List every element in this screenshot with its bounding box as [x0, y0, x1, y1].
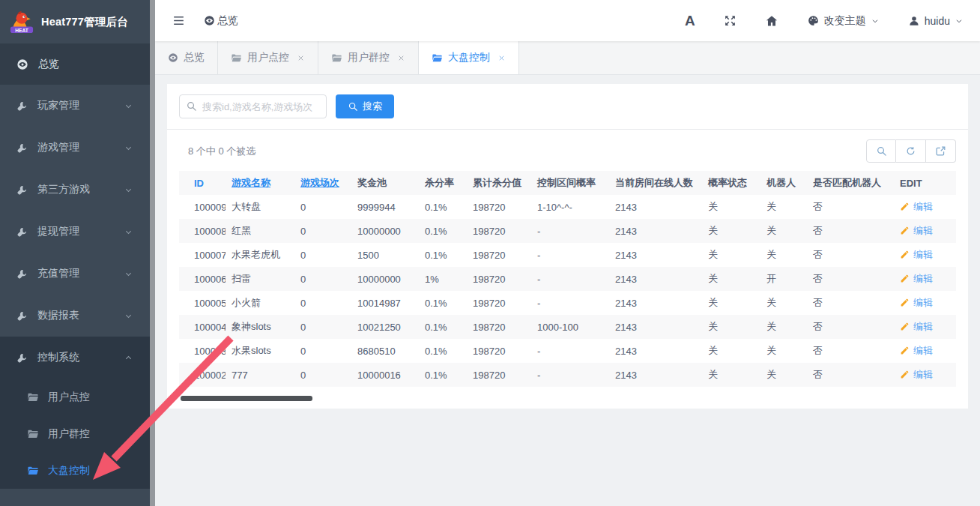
sidebar-toggle-button[interactable] — [172, 13, 186, 28]
chevron-down-icon — [124, 269, 133, 279]
cell-game-name: 小火箭 — [226, 291, 294, 315]
refresh-button[interactable] — [896, 139, 926, 163]
cell-match-robot: 否 — [807, 291, 894, 315]
cell-match-robot: 否 — [807, 267, 894, 291]
page-content: 搜索 8 个中 0 个被选 — [155, 75, 980, 506]
cell-edit: 编辑 — [894, 267, 956, 291]
horizontal-scrollbar-thumb[interactable] — [181, 396, 312, 401]
brand-logo-icon: HEAT — [7, 10, 36, 34]
font-size-button[interactable]: A — [685, 13, 695, 29]
edit-link[interactable]: 编辑 — [900, 296, 933, 310]
sidebar: HEAT Heat777管理后台 总览 玩家管理 游戏管理 第三方游戏 提现管理… — [0, 0, 150, 506]
folder-open-icon — [432, 52, 443, 64]
table-row: 100006 扫雷 0 10000000 1% 198720 - 2143 关 … — [179, 267, 956, 291]
chevron-down-icon — [124, 311, 133, 321]
cell-prize-pool: 10014987 — [351, 291, 419, 315]
sidebar-group-control[interactable]: 控制系统 — [0, 337, 150, 379]
sidebar-group-player[interactable]: 玩家管理 — [0, 85, 150, 127]
selection-summary: 8 个中 0 个被选 — [188, 145, 255, 158]
tab-dashboard-control[interactable]: 大盘控制 — [419, 41, 519, 74]
tab-user-point-control[interactable]: 用户点控 — [218, 41, 318, 74]
wrench-icon — [16, 268, 28, 280]
sidebar-group-recharge[interactable]: 充值管理 — [0, 253, 150, 295]
cell-id: 100006 — [179, 267, 226, 291]
home-icon — [765, 14, 778, 28]
cell-online-count: 2143 — [609, 363, 702, 387]
cell-robot: 关 — [760, 339, 807, 363]
search-input[interactable] — [179, 94, 327, 118]
export-icon — [935, 145, 946, 157]
edit-link[interactable]: 编辑 — [900, 320, 933, 334]
wrench-icon — [16, 142, 28, 154]
cell-game-name: 水果slots — [226, 339, 294, 363]
sidebar-item-dashboard-control[interactable]: 大盘控制 — [0, 452, 150, 489]
header-control-range: 控制区间概率 — [531, 171, 609, 195]
cell-game-session: 0 — [294, 219, 351, 243]
export-button[interactable] — [926, 139, 956, 163]
eye-icon — [204, 15, 215, 26]
cell-robot: 关 — [760, 195, 807, 219]
sidebar-group-withdraw[interactable]: 提现管理 — [0, 211, 150, 253]
close-tab-icon[interactable] — [497, 54, 506, 62]
edit-link[interactable]: 编辑 — [900, 272, 933, 286]
table-row: 100007 水果老虎机 0 1500 0.1% 198720 - 2143 关… — [179, 243, 956, 267]
cell-game-name: 象神slots — [226, 315, 294, 339]
tab-overview[interactable]: 总览 — [155, 41, 218, 74]
table-row: 100002 777 0 10000016 0.1% 198720 - 2143… — [179, 363, 956, 387]
sidebar-item-overview[interactable]: 总览 — [0, 43, 150, 85]
theme-dropdown[interactable]: 改变主题 — [807, 14, 880, 28]
tab-user-group-control[interactable]: 用户群控 — [318, 41, 419, 74]
cell-robot: 关 — [760, 363, 807, 387]
cell-prob-status: 关 — [702, 315, 760, 339]
edit-link[interactable]: 编辑 — [900, 224, 933, 238]
cell-game-name: 777 — [226, 363, 294, 387]
sidebar-group-thirdparty[interactable]: 第三方游戏 — [0, 169, 150, 211]
table-row: 100003 水果slots 0 8680510 0.1% 198720 - 2… — [179, 339, 956, 363]
pencil-icon — [900, 274, 910, 283]
wrench-icon — [16, 100, 28, 112]
cell-kill-rate: 0.1% — [419, 243, 467, 267]
sidebar-group-report[interactable]: 数据报表 — [0, 295, 150, 337]
cell-kill-total: 198720 — [467, 315, 531, 339]
sidebar-open-section: 控制系统 用户点控 用户群控 大盘控制 — [0, 337, 150, 489]
cell-kill-total: 198720 — [467, 219, 531, 243]
folder-open-icon — [27, 465, 39, 477]
cell-edit: 编辑 — [894, 291, 956, 315]
cell-game-name: 水果老虎机 — [226, 243, 294, 267]
sidebar-item-user-point-control[interactable]: 用户点控 — [0, 379, 150, 415]
cell-robot: 关 — [760, 243, 807, 267]
chevron-down-icon — [124, 185, 133, 195]
close-tab-icon[interactable] — [397, 54, 405, 62]
column-search-button[interactable] — [866, 139, 896, 163]
edit-link[interactable]: 编辑 — [900, 248, 933, 262]
vertical-scrollbar[interactable] — [150, 0, 155, 506]
edit-link[interactable]: 编辑 — [900, 344, 933, 358]
pencil-icon — [900, 250, 910, 259]
folder-icon — [27, 428, 39, 440]
cell-kill-total: 198720 — [467, 243, 531, 267]
user-dropdown[interactable]: huidu — [908, 15, 964, 27]
search-button[interactable]: 搜索 — [336, 94, 394, 118]
cell-game-name: 大转盘 — [226, 195, 294, 219]
fullscreen-button[interactable] — [724, 14, 736, 27]
pencil-icon — [900, 346, 910, 355]
header-id[interactable]: ID — [179, 171, 226, 195]
header-game-session[interactable]: 游戏场次 — [294, 171, 351, 195]
edit-link[interactable]: 编辑 — [900, 368, 933, 382]
header-game-name[interactable]: 游戏名称 — [226, 171, 294, 195]
sidebar-group-game[interactable]: 游戏管理 — [0, 127, 150, 169]
pencil-icon — [900, 202, 910, 211]
cell-game-session: 0 — [294, 243, 351, 267]
close-tab-icon[interactable] — [297, 54, 305, 62]
sidebar-item-user-group-control[interactable]: 用户群控 — [0, 415, 150, 452]
breadcrumb[interactable]: 总览 — [204, 14, 238, 28]
cell-id: 100008 — [179, 219, 226, 243]
navbar-tools: A 改变主题 huidu — [685, 13, 964, 29]
edit-link[interactable]: 编辑 — [900, 200, 933, 214]
cell-match-robot: 否 — [807, 363, 894, 387]
cell-control-range: - — [531, 363, 609, 387]
cell-robot: 关 — [760, 219, 807, 243]
refresh-icon — [905, 145, 916, 157]
home-button[interactable] — [765, 14, 778, 28]
tab-bar: 总览 用户点控 用户群控 大盘控制 — [155, 41, 980, 75]
